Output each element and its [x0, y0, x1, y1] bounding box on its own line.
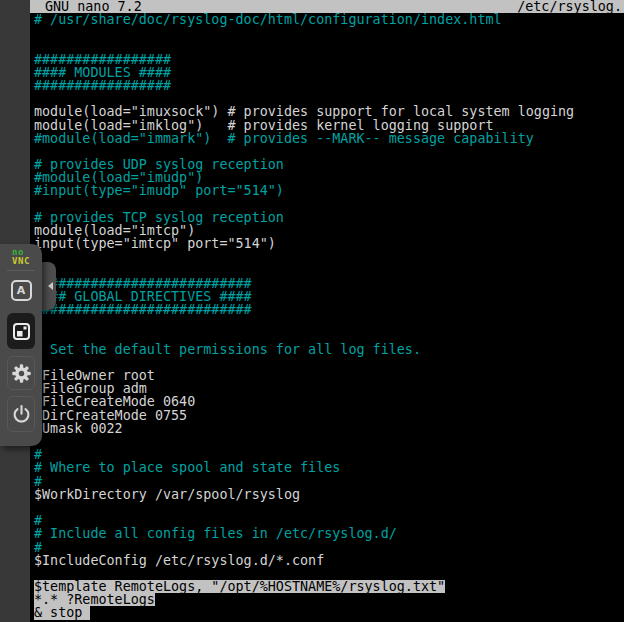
terminal-line: $FileCreateMode 0640 — [34, 395, 624, 408]
terminal-line: #### MODULES #### — [34, 66, 624, 79]
terminal-line: # — [34, 541, 624, 554]
terminal-line: module(load="imklog") # provides kernel … — [34, 119, 624, 132]
terminal-line: #module(load="immark") # provides --MARK… — [34, 132, 624, 145]
terminal-line — [34, 26, 624, 39]
novnc-logo: no VNC — [12, 248, 30, 265]
terminal-line: # Include all config files in /etc/rsysl… — [34, 527, 624, 540]
terminal-line — [34, 264, 624, 277]
panel-divider — [7, 270, 35, 271]
terminal-line: module(load="imuxsock") # provides suppo… — [34, 105, 624, 118]
terminal-line: ########################### — [34, 303, 624, 316]
terminal-line: $Umask 0022 — [34, 422, 624, 435]
terminal-line — [34, 250, 624, 263]
collapse-arrow-icon — [48, 282, 53, 290]
terminal-line: ########################### — [34, 277, 624, 290]
terminal-line — [34, 435, 624, 448]
terminal-line: # Where to place spool and state files — [34, 461, 624, 474]
terminal-body[interactable]: # /usr/share/doc/rsyslog-doc/html/config… — [30, 13, 624, 620]
gear-icon — [11, 363, 32, 384]
terminal-line: #input(type="imudp" port="514") — [34, 184, 624, 197]
desktop-screen: GNU nano 7.2 /etc/rsyslog. # /usr/share/… — [0, 0, 624, 622]
novnc-logo-line2: VNC — [12, 257, 30, 266]
fullscreen-icon — [12, 322, 31, 341]
vnc-panel-handle[interactable] — [40, 262, 56, 310]
terminal-line: $IncludeConfig /etc/rsyslog.d/*.conf — [34, 554, 624, 567]
terminal-line: ################# — [34, 53, 624, 66]
terminal-line: # — [34, 330, 624, 343]
vnc-control-bar: no VNC A — [0, 244, 42, 446]
terminal-line — [34, 198, 624, 211]
terminal-line: *.* ?RemoteLogs — [34, 593, 624, 606]
terminal-line: ################# — [34, 79, 624, 92]
terminal-line: input(type="imtcp" port="514") — [34, 237, 624, 250]
terminal-line — [34, 39, 624, 52]
terminal-line — [34, 316, 624, 329]
terminal-line: $WorkDirectory /var/spool/rsyslog — [34, 488, 624, 501]
disconnect-button[interactable] — [7, 396, 35, 432]
terminal-line: # — [34, 475, 624, 488]
terminal-window[interactable]: GNU nano 7.2 /etc/rsyslog. # /usr/share/… — [30, 0, 624, 622]
fullscreen-button[interactable] — [7, 313, 35, 349]
terminal-line: # Set the default permissions for all lo… — [34, 343, 624, 356]
keyboard-button[interactable]: A — [9, 278, 33, 302]
nano-filename-label: /etc/rsyslog. — [517, 0, 624, 13]
terminal-line: $DirCreateMode 0755 — [34, 409, 624, 422]
terminal-line: & stop — [34, 606, 624, 619]
terminal-line: # /usr/share/doc/rsyslog-doc/html/config… — [34, 13, 624, 26]
power-icon — [11, 404, 32, 425]
keycap-a-icon: A — [11, 280, 32, 301]
settings-button[interactable] — [7, 356, 35, 390]
keycap-letter: A — [17, 284, 26, 297]
terminal-line — [34, 501, 624, 514]
